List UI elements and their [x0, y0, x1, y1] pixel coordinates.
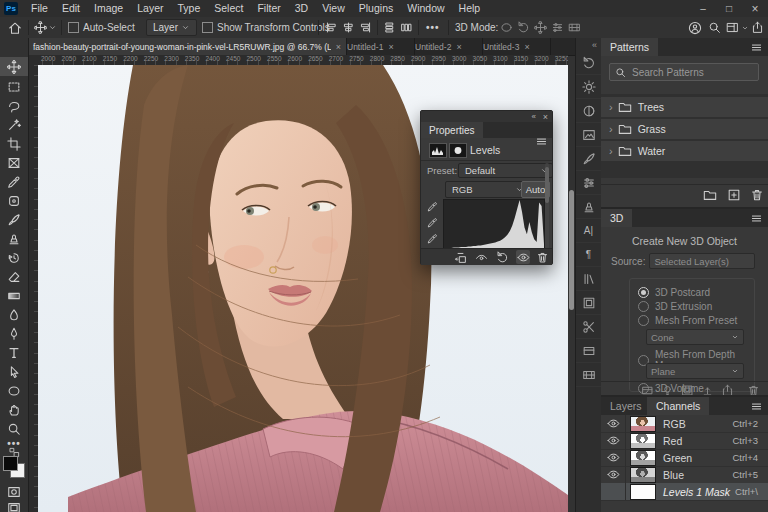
distribute-vertical-icon[interactable]: [383, 17, 396, 38]
more-options-icon[interactable]: •••: [426, 17, 440, 38]
tab-close-icon[interactable]: [336, 42, 341, 52]
character-icon[interactable]: A|: [576, 219, 601, 243]
clip-adjustment-icon[interactable]: [576, 99, 601, 123]
align-right-icon[interactable]: [359, 17, 372, 38]
align-left-icon[interactable]: [325, 17, 338, 38]
show-transform-checkbox[interactable]: Show Transform Controls: [202, 17, 330, 38]
distribute-horizontal-icon[interactable]: [400, 17, 413, 38]
search-input[interactable]: [630, 66, 754, 79]
black-point-eyedropper-icon[interactable]: [427, 201, 439, 213]
channel-dropdown[interactable]: RGB: [445, 181, 528, 198]
close-icon[interactable]: [742, 0, 768, 17]
pattern-group-trees[interactable]: Trees: [601, 97, 768, 117]
view-previous-state-icon[interactable]: [474, 250, 488, 264]
menu-edit[interactable]: Edit: [55, 0, 87, 17]
collapse-icon[interactable]: [532, 112, 536, 121]
document-tab-active[interactable]: fashion-beauty-portrait-of-young-woman-i…: [28, 38, 347, 55]
document-tab-untitled-3[interactable]: Untitled-3: [478, 38, 551, 55]
tab-close-icon[interactable]: [388, 42, 393, 52]
workspace-icon[interactable]: [726, 17, 739, 38]
depth-map-dropdown[interactable]: Plane: [646, 363, 744, 379]
spot-healing-brush-tool[interactable]: [0, 191, 28, 210]
tool-preset-chevron-icon[interactable]: [48, 17, 57, 38]
zoom-tool[interactable]: [0, 419, 28, 438]
visibility-eye-empty[interactable]: [601, 483, 626, 500]
crop-tool[interactable]: [0, 134, 28, 153]
type-tool[interactable]: [0, 343, 28, 362]
eraser-tool[interactable]: [0, 267, 28, 286]
expand-chevron-icon[interactable]: [609, 101, 613, 113]
clip-to-layer-icon[interactable]: [453, 250, 467, 264]
menu-file[interactable]: File: [24, 0, 55, 17]
collapse-panels-icon[interactable]: [592, 40, 597, 50]
visibility-eye-icon[interactable]: [516, 250, 530, 264]
channel-row-red[interactable]: Red Ctrl+3: [601, 432, 768, 450]
libraries-icon[interactable]: [576, 267, 601, 291]
frame-tool[interactable]: [0, 153, 28, 172]
source-dropdown[interactable]: Selected Layer(s): [649, 253, 755, 269]
hand-tool[interactable]: [0, 400, 28, 419]
expand-chevron-icon[interactable]: [609, 145, 613, 157]
new-pattern-icon[interactable]: [727, 188, 742, 203]
auto-select-target-dropdown[interactable]: Layer: [146, 17, 197, 38]
panel-menu-icon[interactable]: [535, 135, 548, 148]
eyedropper-tool[interactable]: [0, 172, 28, 191]
mesh-preset-dropdown[interactable]: Cone: [646, 329, 744, 345]
foreground-color-swatch[interactable]: [3, 456, 18, 471]
brush-pose-icon[interactable]: [576, 171, 601, 195]
blur-tool[interactable]: [0, 305, 28, 324]
pattern-search[interactable]: [609, 63, 759, 81]
move-tool[interactable]: [0, 57, 28, 76]
visibility-eye-icon[interactable]: [601, 415, 626, 432]
paragraph-icon[interactable]: ¶: [576, 243, 601, 267]
document-tab-untitled-1[interactable]: Untitled-1: [342, 38, 415, 55]
scissors-icon[interactable]: [576, 315, 601, 339]
levels-histogram[interactable]: [443, 199, 545, 250]
frame-panel-icon[interactable]: [576, 339, 601, 363]
screen-mode-icon[interactable]: [0, 498, 28, 512]
menu-window[interactable]: Window: [400, 0, 451, 17]
menu-select[interactable]: Select: [207, 0, 250, 17]
tab-layers[interactable]: Layers: [601, 397, 651, 415]
channel-row-levels-1-mask[interactable]: Levels 1 Mask Ctrl+\: [601, 483, 768, 501]
menu-image[interactable]: Image: [87, 0, 130, 17]
menu-3d[interactable]: 3D: [288, 0, 315, 17]
panel-scrollbar[interactable]: [545, 163, 549, 249]
rectangular-marquee-tool[interactable]: [0, 77, 28, 96]
export-icon[interactable]: [576, 291, 601, 315]
color-swatches[interactable]: [3, 456, 25, 478]
brush-tool[interactable]: [0, 210, 28, 229]
auto-select-checkbox[interactable]: Auto-Select: [68, 17, 135, 38]
move-tool-icon[interactable]: [34, 17, 47, 38]
radio-mesh-from-preset[interactable]: Mesh From Preset: [638, 315, 737, 326]
delete-icon[interactable]: [750, 188, 765, 203]
clone-stamp-tool[interactable]: [0, 229, 28, 248]
tab-3d[interactable]: 3D: [601, 209, 632, 227]
tab-patterns[interactable]: Patterns: [601, 38, 658, 56]
home-icon[interactable]: [8, 17, 22, 38]
tab-close-icon[interactable]: [456, 42, 461, 52]
account-icon[interactable]: [688, 17, 702, 38]
tab-close-icon[interactable]: [524, 42, 529, 52]
menu-plugins[interactable]: Plugins: [352, 0, 400, 17]
minimize-icon[interactable]: [690, 0, 716, 17]
visibility-eye-icon[interactable]: [601, 449, 626, 466]
visibility-eye-icon[interactable]: [601, 466, 626, 483]
menu-type[interactable]: Type: [170, 0, 207, 17]
brush-settings-icon[interactable]: [576, 147, 601, 171]
canvas-scrollbar[interactable]: [569, 190, 574, 310]
pattern-group-grass[interactable]: Grass: [601, 119, 768, 139]
gray-point-eyedropper-icon[interactable]: [427, 217, 439, 229]
panel-menu-icon[interactable]: [750, 41, 763, 54]
clone-source-icon[interactable]: [576, 195, 601, 219]
panel-menu-icon[interactable]: [750, 212, 763, 225]
menu-filter[interactable]: Filter: [250, 0, 287, 17]
history-brush-tool[interactable]: [0, 248, 28, 267]
adjustments-icon[interactable]: [576, 75, 601, 99]
gradient-tool[interactable]: [0, 286, 28, 305]
search-icon[interactable]: [708, 17, 721, 38]
white-point-eyedropper-icon[interactable]: [427, 233, 439, 245]
reset-icon[interactable]: [495, 250, 509, 264]
snapshot-icon[interactable]: [576, 123, 601, 147]
close-icon[interactable]: [543, 112, 548, 122]
